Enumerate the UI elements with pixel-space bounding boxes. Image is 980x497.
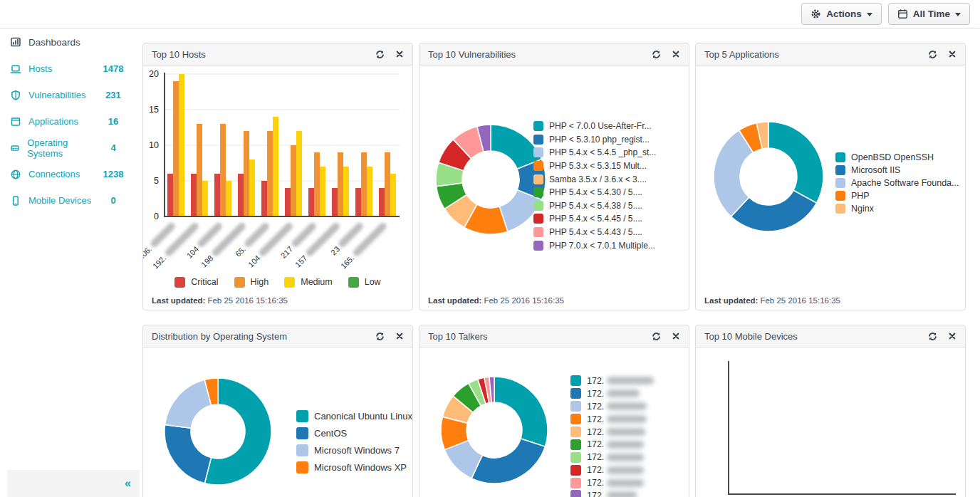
legend-item[interactable]: PHP (835, 189, 959, 202)
bar-medium[interactable] (343, 167, 349, 216)
bar-critical[interactable] (379, 188, 385, 216)
sidebar-item-vulnerabilities[interactable]: Vulnerabilities 231 (0, 82, 140, 108)
legend-item[interactable]: PHP 5.4.x < 5.4.30 / 5.... (533, 186, 656, 199)
legend-item[interactable]: PHP 5.4.x < 5.4.38 / 5.... (533, 199, 656, 213)
panel-refresh-button[interactable] (928, 332, 937, 341)
actions-label: Actions (826, 9, 862, 19)
bar-medium[interactable] (320, 167, 325, 216)
legend-item[interactable]: Nginx (835, 202, 959, 215)
legend-item[interactable]: 172. (570, 476, 654, 489)
panel-refresh-button[interactable] (375, 332, 385, 341)
legend-item[interactable]: PHP 5.4.x < 5.4.45 / 5.... (533, 212, 656, 226)
panel-close-button[interactable] (395, 332, 404, 340)
legend-item[interactable]: 172. (570, 375, 654, 387)
bar-medium[interactable] (367, 167, 372, 216)
legend-item[interactable]: PHP < 5.3.10 php_regist... (533, 133, 656, 147)
bar-medium[interactable] (226, 181, 231, 216)
legend-item[interactable]: Low (348, 276, 381, 288)
bar-critical[interactable] (332, 188, 338, 216)
legend-item[interactable]: PHP 7.0.x < 7.0.1 Multiple... (533, 239, 656, 252)
donut-slice[interactable] (768, 122, 823, 203)
legend-item[interactable]: Canonical Ubuntu Linux (296, 407, 412, 424)
bar-critical[interactable] (355, 188, 361, 216)
sidebar-collapse-button[interactable]: « (7, 470, 140, 497)
legend-item[interactable]: 172. (570, 464, 654, 476)
legend-item[interactable]: Microsoft Windows 7 (296, 441, 412, 459)
bar-high[interactable] (267, 131, 273, 216)
legend-item[interactable]: Medium (284, 276, 332, 288)
legend-item[interactable]: 172. (570, 413, 654, 426)
bar-high[interactable] (173, 81, 179, 216)
panel-close-button[interactable] (672, 50, 680, 58)
bar-medium[interactable] (296, 131, 302, 216)
sidebar-item-applications[interactable]: Applications 16 (0, 108, 140, 135)
actions-button[interactable]: Actions (801, 3, 882, 25)
time-filter-label: All Time (913, 9, 950, 19)
chart-legend: Canonical Ubuntu LinuxCentOSMicrosoft Wi… (296, 407, 412, 476)
time-filter-button[interactable]: All Time (888, 3, 970, 25)
bar-high[interactable] (338, 152, 343, 216)
bar-critical[interactable] (191, 174, 197, 216)
bar-critical[interactable] (308, 188, 314, 216)
bar-critical[interactable] (285, 188, 291, 216)
bar-high[interactable] (314, 152, 320, 216)
panel-close-button[interactable] (948, 50, 956, 58)
chart-legend: 172.172.172.172.172.172.172.172.172.172. (570, 375, 654, 497)
close-icon (395, 50, 404, 58)
legend-label: Critical (191, 277, 218, 287)
bar-high[interactable] (197, 124, 202, 216)
bar-high[interactable] (220, 124, 226, 216)
legend-item[interactable]: Apache Software Founda... (835, 177, 959, 189)
bar-high[interactable] (291, 145, 296, 216)
bar-critical[interactable] (214, 174, 220, 216)
legend-item[interactable]: 172. (570, 387, 654, 400)
panel-close-button[interactable] (395, 50, 404, 58)
bar-medium[interactable] (179, 74, 184, 216)
bar-critical[interactable] (238, 174, 244, 216)
bar-medium[interactable] (273, 117, 278, 216)
legend-item[interactable]: 172. (570, 426, 654, 439)
legend-item[interactable]: 172. (570, 400, 654, 413)
bar-critical[interactable] (261, 181, 267, 216)
donut-slice[interactable] (165, 380, 212, 428)
bar-high[interactable] (385, 152, 390, 216)
panel-refresh-button[interactable] (375, 50, 385, 59)
bar-medium[interactable] (249, 159, 255, 216)
sidebar-item-count: 4 (97, 142, 130, 153)
donut-slice[interactable] (494, 377, 548, 446)
legend-item[interactable]: PHP 5.4.x < 5.4.43 / 5.... (533, 226, 656, 239)
y-axis-tick: 5 (154, 176, 159, 186)
legend-item[interactable]: Microsoft IIS (835, 164, 959, 177)
legend-label: 172. (587, 465, 604, 475)
panel-close-button[interactable] (672, 332, 680, 340)
x-axis-label: 104 (246, 253, 261, 268)
legend-item[interactable]: 172. (570, 451, 654, 464)
sidebar-item-mobile-devices[interactable]: Mobile Devices 0 (0, 187, 140, 214)
legend-item[interactable]: Critical (174, 276, 218, 288)
panel-refresh-button[interactable] (652, 332, 661, 341)
sidebar-item-connections[interactable]: Connections 1238 (0, 161, 140, 187)
x-axis-label: 198 (199, 253, 214, 268)
donut-slice[interactable] (471, 439, 545, 483)
bar-high[interactable] (361, 152, 367, 216)
bar-high[interactable] (244, 131, 249, 216)
panel-close-button[interactable] (948, 332, 956, 340)
bar-critical[interactable] (167, 174, 173, 216)
sidebar-item-operating-systems[interactable]: Operating Systems 4 (0, 135, 140, 161)
legend-item[interactable]: PHP 5.4.x < 5.4.5 _php_st... (533, 146, 656, 159)
panel-refresh-button[interactable] (928, 50, 937, 59)
panel-refresh-button[interactable] (652, 50, 661, 59)
legend-item[interactable]: CentOS (296, 424, 412, 441)
legend-item[interactable]: Microsoft Windows XP (296, 459, 412, 476)
legend-item[interactable]: 172. (570, 489, 654, 497)
sidebar-item-hosts[interactable]: Hosts 1478 (0, 56, 140, 82)
bar-medium[interactable] (390, 174, 396, 216)
legend-item[interactable]: PHP < 7.0.0 Use-After-Fr... (533, 120, 656, 133)
legend-item[interactable]: 172. (570, 438, 654, 451)
legend-item[interactable]: Samba 3.5.x / 3.6.x < 3.... (533, 172, 656, 186)
legend-item[interactable]: PHP 5.3.x < 5.3.15 Mult... (533, 159, 656, 173)
legend-item[interactable]: High (234, 276, 269, 288)
bar-medium[interactable] (202, 181, 208, 216)
donut-slice[interactable] (165, 425, 212, 483)
legend-item[interactable]: OpenBSD OpenSSH (835, 151, 959, 164)
